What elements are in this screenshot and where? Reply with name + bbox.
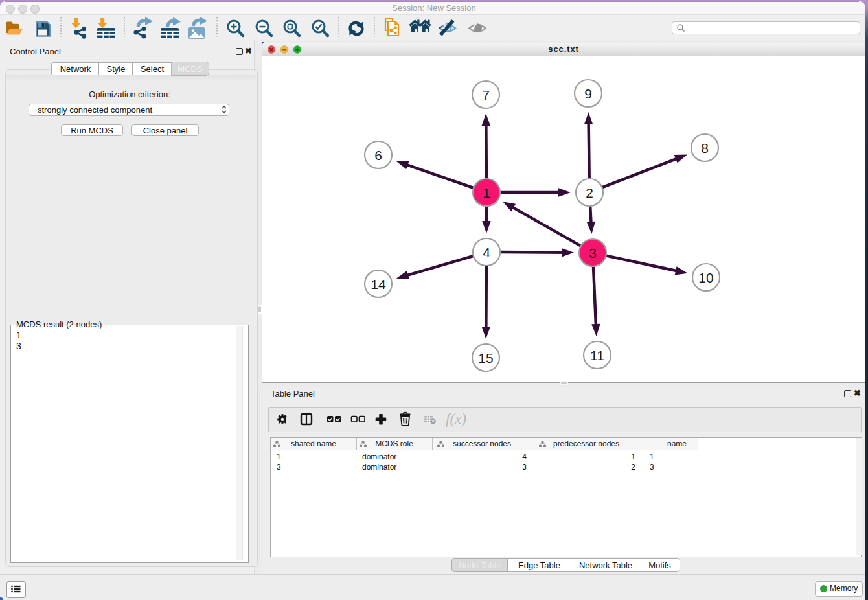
- svg-text:10: 10: [698, 270, 713, 285]
- svg-text:6: 6: [374, 148, 382, 163]
- svg-text:15: 15: [478, 351, 493, 365]
- svg-text:2: 2: [586, 185, 593, 200]
- svg-text:3: 3: [589, 246, 597, 260]
- svg-text:9: 9: [584, 86, 592, 101]
- svg-text:4: 4: [483, 245, 490, 260]
- svg-text:8: 8: [701, 141, 709, 156]
- svg-text:f(x): f(x): [446, 411, 466, 427]
- svg-text:1: 1: [483, 185, 490, 200]
- svg-text:11: 11: [590, 348, 604, 363]
- svg-text:14: 14: [371, 277, 386, 292]
- svg-text:7: 7: [482, 87, 490, 102]
